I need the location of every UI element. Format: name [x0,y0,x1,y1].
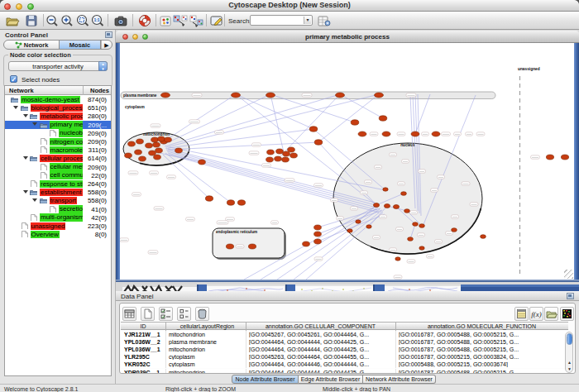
background-window-network[interactable] [295,282,373,291]
tree-row[interactable]: cell communication22(0) [5,171,111,179]
network-node[interactable] [452,228,457,232]
network-node[interactable] [408,237,414,241]
network-node[interactable] [153,142,160,147]
network-node[interactable] [266,93,275,98]
network-node[interactable] [175,148,183,153]
data-panel-float-icon[interactable] [567,293,574,299]
snapshot-camera-icon[interactable] [112,13,129,28]
scrollbar-thumb[interactable] [567,333,572,345]
network-edge[interactable] [277,209,380,280]
network-edge[interactable] [278,94,340,159]
network-node[interactable] [375,93,384,98]
network-node[interactable] [267,150,275,155]
network-node[interactable] [309,127,318,131]
attribute-list-small-icon[interactable] [177,307,191,321]
window-titlebar[interactable]: Cytoscape Desktop (New Session) [0,0,579,12]
network-node[interactable] [151,137,159,142]
tree-expand-arrow-icon[interactable] [32,198,37,202]
network-edge[interactable] [168,142,318,150]
scroll-down-icon[interactable]: ▼ [566,366,573,372]
import-attributes-icon[interactable] [544,307,558,321]
background-window-edge[interactable] [197,282,207,291]
column-divider[interactable] [165,323,166,331]
background-window-network[interactable] [385,282,461,291]
tree-row[interactable]: transport558(0) [5,196,111,204]
table-column-header[interactable]: annotation.GO CELLULAR_COMPONENT [246,323,395,329]
tree-row[interactable]: multi-organism process42(0) [5,213,111,222]
tree-row[interactable]: cellular metabolic process209(0) [5,163,111,171]
table-column-header[interactable]: ID [121,323,165,329]
network-node[interactable] [384,204,390,208]
table-row[interactable]: YLR295Ccytoplasm[GO:0045263, GO:0044464,… [121,353,568,361]
tree-row[interactable]: secretion41(0) [5,205,111,213]
table-row[interactable]: YJR121W__1mitochondrion[GO:0045267, GO:0… [121,331,568,338]
network-node[interactable] [136,139,144,144]
column-divider[interactable] [246,323,246,331]
network-node[interactable] [128,141,136,146]
save-session-icon[interactable] [23,13,40,28]
tree-expand-arrow-icon[interactable] [23,114,28,117]
network-node[interactable] [156,148,163,153]
network-node[interactable] [314,140,323,145]
table-row[interactable]: YDR039C__1mitochondrion[GO:0044464, GO:0… [121,369,568,375]
layout-move-icon[interactable] [188,13,204,28]
network-node[interactable] [275,156,282,161]
window-resize-grip[interactable] [564,270,573,279]
network-edge[interactable] [161,94,236,143]
tab-node-attribute-browser[interactable]: Node Attribute Browser [232,375,299,384]
network-node[interactable] [266,157,274,162]
tree-row[interactable]: Overview8(0) [5,230,111,238]
network-node[interactable] [314,239,322,244]
search-dropdown-arrow-icon[interactable]: ▾ [304,17,311,24]
network-node[interactable] [401,192,407,196]
table-row[interactable]: YPL036W__2plasma membrane[GO:0044464, GO… [121,338,568,346]
network-node[interactable] [125,153,132,158]
network-node[interactable] [347,229,352,232]
network-edge[interactable] [236,94,313,129]
scroll-up-icon[interactable]: ▲ [566,360,573,366]
network-node[interactable] [373,203,379,208]
network-node[interactable] [227,200,234,205]
network-node[interactable] [288,147,295,152]
network-node[interactable] [303,241,310,246]
table-scrollbar[interactable]: ▲ ▼ [565,332,573,373]
network-node[interactable] [546,155,553,160]
background-window-edge[interactable] [373,282,385,291]
zoom-in-icon[interactable] [59,13,75,28]
network-node[interactable] [432,131,440,136]
network-node[interactable] [366,225,371,228]
tab-network-attribute-browser[interactable]: Network Attribute Browser [363,375,436,384]
column-divider[interactable] [395,323,396,331]
network-tree-header[interactable]: Network Nodes [5,86,111,95]
tree-row[interactable]: nucleobase-containing compound209(0) [5,129,111,137]
vizmapper-icon[interactable] [157,13,174,28]
function-builder-icon[interactable]: f(x) [529,307,543,321]
open-file-icon[interactable] [4,13,21,28]
network-node[interactable] [561,155,568,160]
network-node[interactable] [232,93,241,98]
network-node[interactable] [413,222,419,227]
tree-row[interactable]: metabolic process280(0) [5,112,111,120]
network-node[interactable] [276,149,284,154]
select-attributes-icon[interactable] [122,307,136,321]
tree-expand-arrow-icon[interactable] [13,106,18,109]
network-node[interactable] [358,131,366,136]
annotation-icon[interactable] [208,13,225,28]
table-row[interactable]: YPL036W__1mitochondrion[GO:0044464, GO:0… [121,346,568,353]
tree-row[interactable]: nitrogen compound metabolic209(0) [5,137,111,146]
network-node[interactable] [314,232,322,237]
network-node[interactable] [139,156,146,161]
background-window-scribble[interactable] [122,282,197,291]
table-column-header[interactable]: _cellularLayoutRegion [165,323,246,329]
tabs-overflow-arrow-icon[interactable]: ▶ [101,41,112,50]
network-node[interactable] [154,155,161,160]
network-edge[interactable] [415,94,430,134]
zoom-selected-icon[interactable] [74,13,91,28]
network-node[interactable] [283,151,290,156]
network-node[interactable] [161,93,170,98]
network-node[interactable] [481,235,486,239]
network-node[interactable] [351,120,359,125]
network-node[interactable] [314,225,322,230]
help-lifering-icon[interactable] [136,13,153,28]
tree-expand-arrow-icon[interactable] [32,122,37,126]
